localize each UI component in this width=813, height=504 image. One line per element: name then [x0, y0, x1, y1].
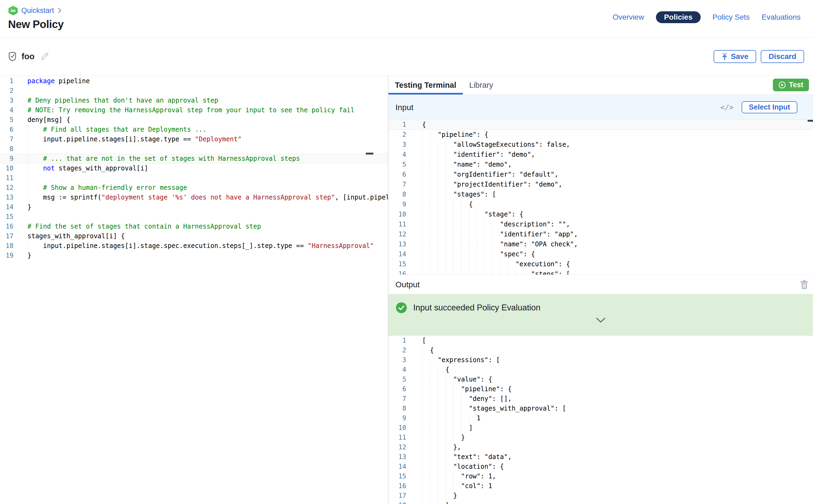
code-line: 19} — [0, 251, 388, 260]
code-line: 6 # Find all stages that are Deployments… — [0, 125, 388, 134]
code-text: # ... that are not in the set of stages … — [27, 154, 300, 163]
code-text: "location": { — [422, 462, 504, 471]
line-number: 14 — [388, 249, 406, 259]
code-line: 17stages_with_approval[i] { — [0, 231, 388, 241]
code-line: 16 "steps": [ — [388, 269, 813, 275]
code-text: } — [422, 501, 449, 504]
output-json-editor[interactable]: 1[2 {3 "expressions": [4 {5 "value": {6 … — [388, 336, 813, 504]
code-line: 14 "location": { — [388, 462, 813, 471]
code-text: # Deny pipelines that don't have an appr… — [27, 96, 218, 105]
line-number: 4 — [388, 365, 406, 375]
harness-logo-icon: ∞ — [8, 6, 18, 15]
clear-output-button[interactable] — [800, 280, 808, 289]
code-line: 4 "identifier": "demo", — [388, 150, 813, 160]
discard-button[interactable]: Discard — [761, 50, 804, 63]
nav-policies[interactable]: Policies — [656, 11, 701, 23]
policy-toolbar: foo Save Discard — [0, 38, 813, 76]
code-line: 16 "col": 1 — [388, 481, 813, 491]
line-number: 12 — [0, 183, 13, 193]
line-number: 18 — [388, 501, 406, 504]
line-number: 18 — [0, 241, 13, 251]
code-text: "projectIdentifier": "demo", — [422, 180, 562, 190]
code-text: # Find the set of stages that contain a … — [27, 222, 261, 231]
code-line: 1{ — [388, 120, 813, 130]
line-number: 3 — [0, 96, 13, 105]
code-line: 5deny[msg] { — [0, 115, 388, 125]
chevron-down-icon — [596, 317, 606, 323]
code-line: 8 "stages_with_approval": [ — [388, 404, 813, 413]
code-text: "pipeline": { — [422, 384, 512, 394]
code-text: [ — [422, 336, 426, 345]
code-text: "execution": { — [422, 259, 570, 269]
line-number: 17 — [0, 231, 13, 241]
input-json-editor[interactable]: 1{2 "pipeline": {3 "allowStageExecutions… — [388, 120, 813, 275]
line-number: 3 — [388, 355, 406, 365]
code-line: 7 input.pipeline.stages[i].stage.type ==… — [0, 134, 388, 144]
code-text: { — [422, 345, 434, 355]
nav-policy-sets[interactable]: Policy Sets — [713, 11, 750, 23]
code-line: 4# NOTE: Try removing the HarnessApprova… — [0, 105, 388, 115]
line-number: 13 — [0, 193, 13, 202]
line-number: 11 — [0, 173, 13, 183]
line-number: 11 — [388, 219, 406, 229]
code-line: 12 }, — [388, 442, 813, 452]
code-text: "value": { — [422, 375, 492, 384]
line-number: 7 — [388, 394, 406, 404]
code-line: 3 "allowStageExecutions": false, — [388, 140, 813, 150]
tab-testing-terminal[interactable]: Testing Terminal — [388, 76, 463, 95]
line-number: 5 — [0, 115, 13, 125]
select-input-button[interactable]: Select Input — [742, 101, 797, 113]
code-text: # Find all stages that are Deployments .… — [27, 125, 207, 134]
pencil-icon — [40, 52, 49, 61]
code-text: } — [422, 491, 457, 501]
code-text: msg := sprintf("deployment stage '%s' do… — [27, 193, 388, 202]
terminal-tabs: Testing TerminalLibrary Test — [388, 76, 813, 95]
breadcrumb-project-link[interactable]: Quickstart — [21, 6, 54, 15]
code-line: 14} — [0, 202, 388, 212]
code-text: { — [422, 120, 426, 130]
line-number: 2 — [0, 86, 13, 96]
code-text: "row": 1, — [422, 471, 496, 481]
line-number: 16 — [0, 222, 13, 231]
discard-label: Discard — [769, 52, 796, 61]
code-line: 15 — [0, 212, 388, 222]
code-line: 1package pipeline — [0, 76, 388, 86]
line-number: 9 — [388, 413, 406, 423]
line-number: 2 — [388, 130, 406, 140]
line-number: 14 — [0, 202, 13, 212]
code-text: "name": "OPA check", — [422, 239, 578, 249]
code-line: 11 } — [388, 433, 813, 442]
line-number: 2 — [388, 345, 406, 355]
code-text: "deny": [], — [422, 394, 512, 404]
code-line: 11 — [0, 173, 388, 183]
edit-policy-name-button[interactable] — [40, 52, 49, 61]
line-number: 10 — [0, 163, 13, 173]
line-number: 13 — [388, 239, 406, 249]
code-text: "stage": { — [422, 209, 524, 219]
code-text: # Show a human-friendly error message — [27, 183, 187, 193]
save-button[interactable]: Save — [714, 50, 756, 63]
line-number: 1 — [0, 76, 13, 86]
code-line: 9 { — [388, 199, 813, 209]
test-button[interactable]: Test — [773, 79, 809, 91]
nav-evaluations[interactable]: Evaluations — [762, 11, 801, 23]
check-circle-icon — [396, 302, 407, 313]
code-line: 2 — [0, 86, 388, 96]
code-line: 13 "name": "OPA check", — [388, 239, 813, 249]
code-text — [27, 173, 43, 183]
policy-code-editor[interactable]: 1package pipeline23# Deny pipelines that… — [0, 76, 388, 504]
code-text: "text": "data", — [422, 452, 512, 462]
line-number: 17 — [388, 491, 406, 501]
tab-library[interactable]: Library — [463, 76, 500, 95]
code-line: 8 "stages": [ — [388, 190, 813, 199]
expand-details-button[interactable] — [596, 317, 606, 324]
code-text: input.pipeline.stages[i].stage.spec.exec… — [27, 241, 374, 251]
code-text: "description": "", — [422, 219, 570, 229]
output-section-header: Output — [388, 275, 813, 294]
code-line: 13 msg := sprintf("deployment stage '%s'… — [0, 193, 388, 202]
nav-overview[interactable]: Overview — [613, 11, 644, 23]
code-text: "name": "demo", — [422, 160, 512, 170]
code-line: 10 not stages_with_approval[i] — [0, 163, 388, 173]
code-text: "stages": [ — [422, 190, 496, 199]
line-number: 8 — [388, 190, 406, 199]
